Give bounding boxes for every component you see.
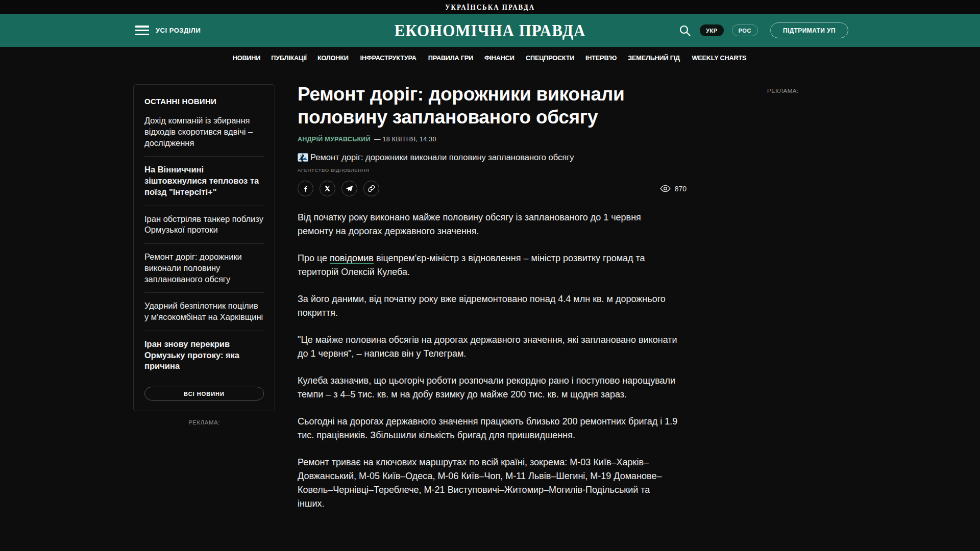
byline: АНДРІЙ МУРАВСЬКИЙ — 18 КВІТНЯ, 14:30	[298, 136, 687, 143]
article-body: Від початку року виконано майже половину…	[298, 211, 678, 511]
inline-source-link[interactable]: повідомив	[330, 253, 374, 264]
sidebar-news-item[interactable]: На Вінниччині зіштовхнулися тепловоз та …	[144, 157, 264, 205]
sidebar-news-item[interactable]: Іран обстріляв танкер поблизу Ормузької …	[144, 206, 264, 244]
header-controls: УКР РОС ПІДТРИМАТИ УП	[678, 14, 848, 47]
article-paragraph: Сьогодні на дорогах державного значення …	[298, 415, 678, 442]
nav-item[interactable]: ФІНАНСИ	[484, 54, 514, 62]
article-paragraph: Ремонт триває на ключових маршрутах по в…	[298, 456, 678, 511]
search-icon	[679, 24, 691, 37]
article-paragraph: Від початку року виконано майже половину…	[298, 211, 678, 238]
publish-date: — 18 КВІТНЯ, 14:30	[374, 136, 436, 143]
ukrainska-pravda-logo[interactable]: УКРАЇНСЬКА ПРАВДА	[445, 2, 535, 11]
facebook-share-button[interactable]	[298, 181, 313, 196]
latest-news-sidebar: ОСТАННІ НОВИНИ Дохід компаній із збиранн…	[133, 84, 275, 411]
eye-icon	[660, 185, 671, 192]
author-link[interactable]: АНДРІЙ МУРАВСЬКИЙ	[298, 136, 371, 143]
view-count: 870	[675, 185, 687, 193]
site-header: УСІ РОЗДІЛИ ЕКОНОМІЧНА ПРАВДА УКР РОС ПІ…	[0, 14, 980, 47]
article: Ремонт доріг: дорожники виконали половин…	[298, 83, 687, 524]
main-nav: НОВИНИПУБЛІКАЦІЇКОЛОНКИІНФРАСТРУКТУРАПРА…	[0, 47, 980, 68]
share-icons	[298, 181, 379, 196]
sidebar-title: ОСТАННІ НОВИНИ	[144, 97, 264, 106]
nav-item[interactable]: ІНФРАСТРУКТУРА	[360, 54, 416, 62]
sidebar-news-item[interactable]: Іран знову перекрив Ормузьку протоку: як…	[144, 331, 264, 380]
ad-label-right: РЕКЛАМА:	[767, 88, 799, 94]
lang-toggle-ros[interactable]: РОС	[732, 24, 758, 36]
sidebar-news-item[interactable]: Ремонт доріг: дорожники виконали половин…	[144, 244, 264, 292]
ekonomichna-pravda-logo[interactable]: ЕКОНОМІЧНА ПРАВДА	[395, 20, 586, 40]
nav-item[interactable]: НОВИНИ	[233, 54, 260, 62]
all-news-button[interactable]: ВСІ НОВИНИ	[144, 387, 264, 400]
x-share-button[interactable]	[320, 181, 335, 196]
facebook-icon	[302, 185, 309, 192]
sidebar-news-list: Дохід компаній із збирання відходів скор…	[144, 108, 264, 380]
broken-image-icon	[298, 153, 308, 162]
article-paragraph: "Це майже половина обсягів на дорогах де…	[298, 333, 678, 361]
nav-item[interactable]: ПУБЛІКАЦІЇ	[271, 54, 307, 62]
nav-item[interactable]: WEEKLY CHARTS	[692, 54, 746, 62]
image-caption: АГЕНТСТВО ВІДНОВЛЕННЯ	[298, 167, 687, 173]
nav-item[interactable]: ІНТЕРВ'Ю	[585, 54, 617, 62]
nav-item[interactable]: ПРАВИЛА ГРИ	[428, 54, 473, 62]
sidebar-news-item[interactable]: Ударний безпілотник поцілив у м'ясокомбі…	[144, 293, 264, 331]
top-bar: УКРАЇНСЬКА ПРАВДА	[0, 0, 980, 14]
article-paragraph: Про це повідомив віцепрем'єр-міністр з в…	[298, 252, 678, 279]
nav-item[interactable]: СПЕЦПРОЄКТИ	[526, 54, 574, 62]
view-counter: 870	[660, 185, 687, 193]
nav-item[interactable]: КОЛОНКИ	[317, 54, 349, 62]
article-paragraph: Кулеба зазначив, що цьогоріч роботи розп…	[298, 374, 678, 402]
nav-item[interactable]: ЗЕМЕЛЬНИЙ ГІД	[628, 54, 680, 62]
link-icon	[368, 185, 375, 192]
share-row: 870	[298, 181, 687, 196]
image-alt-text: Ремонт доріг: дорожники виконали половин…	[310, 153, 574, 162]
telegram-icon	[346, 185, 353, 192]
article-figure: Ремонт доріг: дорожники виконали половин…	[298, 153, 687, 162]
article-title: Ремонт доріг: дорожники виконали половин…	[298, 83, 650, 129]
ad-label-left: РЕКЛАМА:	[133, 419, 275, 425]
lang-toggle-ukr[interactable]: УКР	[700, 24, 723, 36]
sidebar-news-item[interactable]: Дохід компаній із збирання відходів скор…	[144, 108, 264, 156]
telegram-share-button[interactable]	[341, 181, 357, 196]
article-paragraph: За його даними, від початку року вже від…	[298, 292, 678, 320]
x-icon	[324, 185, 331, 192]
support-up-button[interactable]: ПІДТРИМАТИ УП	[770, 22, 848, 38]
link-share-button[interactable]	[363, 181, 379, 196]
search-button[interactable]	[678, 24, 692, 37]
